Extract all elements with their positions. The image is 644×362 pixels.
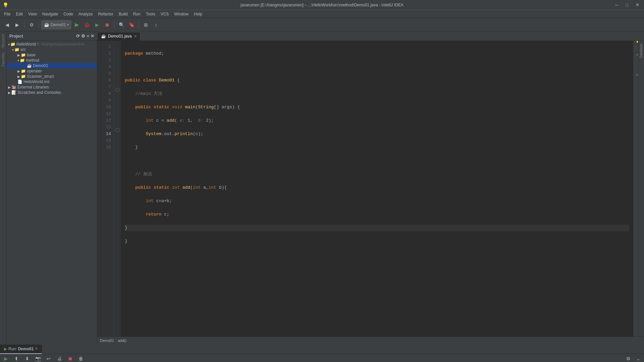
run-config-selector[interactable]: ☕ Demo01 ▾ bbox=[42, 20, 71, 29]
code-line-10: // 加法 bbox=[125, 171, 629, 178]
expand-arrow-base-icon[interactable]: ▶ bbox=[17, 53, 20, 57]
tree-item-helloworld-iml[interactable]: 📄 HelloWorld.iml bbox=[7, 79, 97, 84]
breakpoint-14[interactable] bbox=[115, 128, 119, 132]
window-title: javarumen [E:\Xiangmu\javarumen] – ...\H… bbox=[240, 3, 403, 7]
run-tab-close-icon[interactable]: ✕ bbox=[35, 347, 38, 351]
debug-button[interactable]: 🐞 bbox=[83, 20, 91, 29]
code-editor-content[interactable]: package method; public class Demo01 { //… bbox=[121, 41, 633, 337]
expand-arrow-icon[interactable]: ▾ bbox=[8, 43, 10, 46]
favorites-label[interactable]: Favorites bbox=[1, 51, 6, 68]
menu-analyze[interactable]: Analyze bbox=[76, 11, 96, 17]
src-folder-icon: 📁 bbox=[14, 47, 19, 52]
forward-button[interactable]: ▶ bbox=[13, 20, 21, 29]
tree-item-external-libs[interactable]: ▶ 📚 External Libraries bbox=[7, 84, 97, 90]
tree-item-base[interactable]: ▶ 📁 base bbox=[7, 52, 97, 58]
rerun-button[interactable]: ▶ bbox=[1, 354, 10, 362]
expand-button[interactable]: ⊞ bbox=[142, 20, 150, 29]
run-with-coverage-button[interactable]: ▶ bbox=[93, 20, 101, 29]
tree-item-operater[interactable]: ▶ 📁 operater bbox=[7, 68, 97, 74]
vcs-button[interactable]: ↕ bbox=[152, 20, 160, 29]
bottom-tabs-bar: ▶ Run: Demo01 ✕ bbox=[0, 345, 644, 354]
line-6: 6 bbox=[97, 77, 114, 84]
project-gear-icon[interactable]: ⚙ bbox=[81, 34, 85, 39]
stop-button[interactable]: ⏹ bbox=[103, 20, 111, 29]
tree-item-scratches[interactable]: ▶ 📝 Scratches and Consoles bbox=[7, 90, 97, 95]
line-9: 9 bbox=[97, 97, 114, 104]
tree-item-demo01[interactable]: ☕ Demo01 bbox=[7, 63, 97, 68]
expand-arrow-method-icon[interactable]: ▾ bbox=[17, 59, 19, 62]
bookmark-button[interactable]: 🔖 bbox=[127, 20, 136, 29]
search-button[interactable]: 🔍 bbox=[117, 20, 126, 29]
titlebar-controls[interactable]: ─ □ ✕ bbox=[613, 2, 641, 8]
bottom-panel: ▶ Run: Demo01 ✕ ▶ ⬆ ⬇ 📷 ↩ 🖨 ⏹ 🗑 ⚙ ⌄ E:\J… bbox=[0, 344, 644, 362]
menu-code[interactable]: Code bbox=[61, 11, 76, 17]
bottom-toolbar: ▶ ⬆ ⬇ 📷 ↩ 🖨 ⏹ 🗑 ⚙ ⌄ bbox=[0, 354, 644, 362]
expand-arrow-extlibs-icon[interactable]: ▶ bbox=[8, 85, 11, 89]
project-panel: Project ⟳ ⚙ ≡ ✕ ▾ 📁 HelloWorld E:\Xiangm… bbox=[7, 32, 97, 344]
menu-view[interactable]: View bbox=[25, 11, 40, 17]
code-line-6: int c = add( a: 1, b: 2); bbox=[125, 117, 629, 124]
gutter-warning-1 bbox=[637, 41, 638, 43]
scroll-down-button[interactable]: ⬇ bbox=[23, 354, 32, 362]
breadcrumb-sep: › bbox=[115, 339, 117, 343]
menu-build[interactable]: Build bbox=[116, 11, 130, 17]
minimize-run-button[interactable]: ⌄ bbox=[634, 354, 643, 362]
close-btn[interactable]: ✕ bbox=[634, 2, 641, 8]
expand-arrow-operater-icon[interactable]: ▶ bbox=[17, 69, 20, 73]
run-button[interactable]: ▶ bbox=[72, 20, 81, 29]
java-file-icon: ☕ bbox=[27, 63, 32, 68]
snapshot-button[interactable]: 📷 bbox=[34, 354, 42, 362]
breadcrumb-method[interactable]: add() bbox=[118, 339, 126, 343]
line-10: 10 bbox=[97, 104, 114, 111]
tree-item-src[interactable]: ▾ 📁 src bbox=[7, 47, 97, 52]
tree-item-method[interactable]: ▾ 📁 method bbox=[7, 58, 97, 63]
minimize-btn[interactable]: ─ bbox=[613, 2, 620, 8]
menu-help[interactable]: Help bbox=[191, 11, 205, 17]
menu-tools[interactable]: Tools bbox=[143, 11, 158, 17]
gutter-ok-1 bbox=[637, 54, 638, 55]
stop-run-button[interactable]: ⏹ bbox=[66, 354, 74, 362]
project-sync-icon[interactable]: ⟳ bbox=[76, 34, 80, 39]
scroll-up-button[interactable]: ⬆ bbox=[12, 354, 21, 362]
settings-run-button[interactable]: ⚙ bbox=[624, 354, 633, 362]
database-panel-toggle[interactable]: Database bbox=[638, 41, 644, 337]
project-close-icon[interactable]: ✕ bbox=[91, 34, 94, 39]
back-button[interactable]: ◀ bbox=[3, 20, 11, 29]
soft-wrap-button[interactable]: ↩ bbox=[44, 354, 53, 362]
run-toolbar-left: ▶ ⬆ ⬇ 📷 ↩ 🖨 ⏹ 🗑 bbox=[1, 354, 85, 362]
line-5: 5 ▶ bbox=[97, 70, 114, 77]
maximize-btn[interactable]: □ bbox=[624, 2, 630, 8]
breadcrumb-class[interactable]: Demo01 bbox=[100, 339, 114, 343]
line-14: 14 bbox=[97, 131, 114, 137]
run-icon: ▶ bbox=[4, 347, 7, 351]
left-panel-icons: Structure Favorites bbox=[0, 32, 7, 344]
line-4: 4 bbox=[97, 64, 114, 70]
clear-button[interactable]: 🗑 bbox=[76, 354, 85, 362]
expand-arrow-src-icon[interactable]: ▾ bbox=[12, 48, 14, 52]
project-settings-icon[interactable]: ≡ bbox=[87, 34, 89, 39]
line-8: 8 bbox=[97, 90, 114, 97]
menu-vcs[interactable]: VCS bbox=[158, 11, 172, 17]
settings-button[interactable]: ⚙ bbox=[27, 20, 36, 29]
tab-demo01[interactable]: ☕ Demo01.java ✕ bbox=[97, 32, 141, 41]
expand-arrow-scanner-icon[interactable]: ▶ bbox=[17, 75, 20, 78]
tree-item-scanner[interactable]: ▶ 📁 Scanner_struct bbox=[7, 74, 97, 79]
menu-refactor[interactable]: Refactor bbox=[96, 11, 116, 17]
code-line-8: } bbox=[125, 144, 629, 151]
menu-window[interactable]: Window bbox=[171, 11, 191, 17]
breakpoint-8[interactable] bbox=[115, 88, 119, 92]
menu-file[interactable]: File bbox=[1, 11, 13, 17]
run-tab[interactable]: ▶ Run: Demo01 ✕ bbox=[0, 345, 42, 354]
tab-close-icon[interactable]: ✕ bbox=[134, 34, 137, 39]
extlibs-icon: 📚 bbox=[11, 85, 16, 89]
scanner-label: Scanner_struct bbox=[27, 74, 54, 79]
tree-item-helloworld[interactable]: ▾ 📁 HelloWorld E:\Xiangmu\javarumen\He bbox=[7, 42, 97, 47]
menu-edit[interactable]: Edit bbox=[13, 11, 25, 17]
structure-label[interactable]: Structure bbox=[1, 33, 6, 49]
scratches-label: Scratches and Consoles bbox=[17, 90, 61, 95]
menu-navigate[interactable]: Navigate bbox=[40, 11, 61, 17]
menu-run[interactable]: Run bbox=[130, 11, 143, 17]
separator bbox=[24, 21, 24, 28]
print-button[interactable]: 🖨 bbox=[55, 354, 64, 362]
expand-arrow-scratches-icon[interactable]: ▶ bbox=[8, 91, 11, 95]
